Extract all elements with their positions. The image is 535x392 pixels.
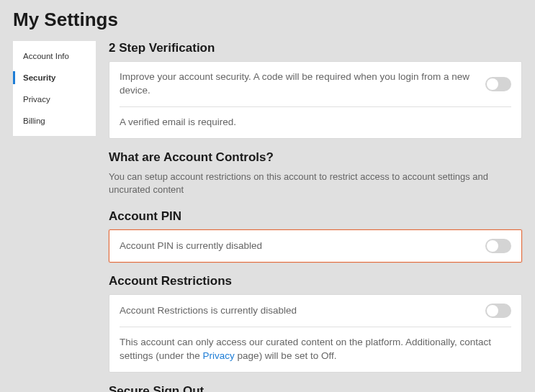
two-step-note: A verified email is required. <box>120 116 511 129</box>
account-restrictions-heading: Account Restrictions <box>109 274 522 288</box>
account-restrictions-toggle[interactable] <box>485 304 511 318</box>
two-step-toggle[interactable] <box>485 77 511 91</box>
account-pin-toggle[interactable] <box>485 239 511 253</box>
secure-signout-heading: Secure Sign Out <box>109 384 522 392</box>
account-controls-description: You can setup account restrictions on th… <box>109 170 522 196</box>
two-step-description: Improve your account security. A code wi… <box>120 70 477 98</box>
account-pin-heading: Account PIN <box>109 209 522 224</box>
account-pin-status: Account PIN is currently disabled <box>120 240 477 253</box>
privacy-link[interactable]: Privacy <box>203 350 235 361</box>
two-step-heading: 2 Step Verification <box>109 41 522 55</box>
sidebar-item-billing[interactable]: Billing <box>13 110 96 132</box>
two-step-card: Improve your account security. A code wi… <box>109 61 522 139</box>
account-controls-heading: What are Account Controls? <box>109 150 522 165</box>
sidebar-item-security[interactable]: Security <box>13 67 96 88</box>
sidebar-item-account-info[interactable]: Account Info <box>13 45 96 67</box>
sidebar-item-label: Privacy <box>23 95 50 104</box>
account-restrictions-note: This account can only access our curated… <box>120 336 511 363</box>
account-restrictions-card: Account Restrictions is currently disabl… <box>109 294 522 373</box>
sidebar-item-label: Billing <box>23 117 45 125</box>
page-title: My Settings <box>13 9 522 31</box>
sidebar-item-label: Security <box>23 73 55 82</box>
account-restrictions-status: Account Restrictions is currently disabl… <box>120 304 477 318</box>
settings-sidebar: Account Info Security Privacy Billing <box>13 41 96 136</box>
account-restrictions-note-suffix: page) will be set to Off. <box>235 350 337 361</box>
sidebar-item-privacy[interactable]: Privacy <box>13 88 96 110</box>
account-pin-card: Account PIN is currently disabled <box>109 229 522 263</box>
sidebar-item-label: Account Info <box>23 52 69 60</box>
